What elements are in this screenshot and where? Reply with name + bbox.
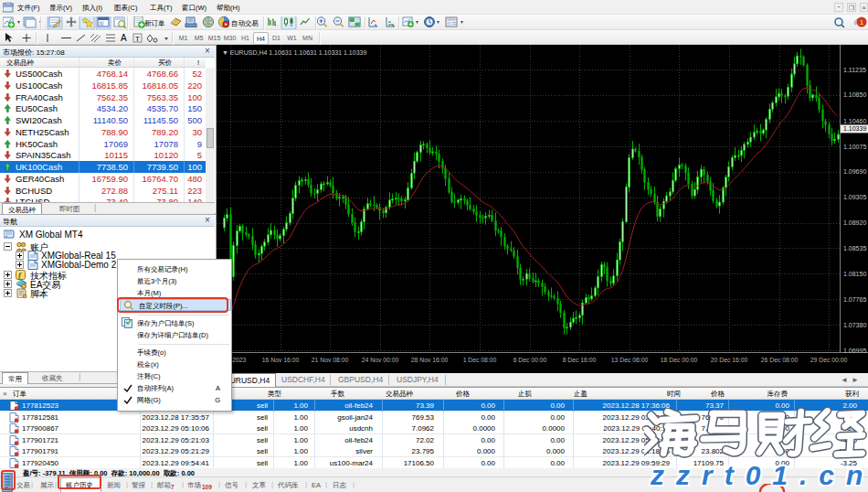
svg-text:A: A <box>121 33 127 43</box>
svg-text:13 Dec 08:00: 13 Dec 08:00 <box>611 357 649 363</box>
svg-text:1.10460: 1.10460 <box>843 118 866 124</box>
svg-text:18 Dec 00:00: 18 Dec 00:00 <box>661 357 698 363</box>
svg-text:1.08535: 1.08535 <box>843 245 866 251</box>
svg-text:16 Nov 16:00: 16 Nov 16:00 <box>262 357 300 363</box>
svg-text:1.09305: 1.09305 <box>843 194 866 200</box>
svg-text:1.10339: 1.10339 <box>843 125 866 132</box>
svg-text:1.08920: 1.08920 <box>843 219 866 226</box>
svg-text:1: 1 <box>860 18 864 27</box>
svg-text:1.07765: 1.07765 <box>843 296 866 303</box>
svg-text:26 Dec 08:00: 26 Dec 08:00 <box>761 357 799 363</box>
svg-text:1 Dec 08:00: 1 Dec 08:00 <box>463 357 497 363</box>
svg-text:▼ EURUSD,H4 1.10631 1.10631 1: ▼ EURUSD,H4 1.10631 1.10631 1.10331 1.10… <box>222 49 366 56</box>
svg-text:1.10075: 1.10075 <box>843 144 866 150</box>
svg-text:1.08150: 1.08150 <box>843 271 866 277</box>
svg-text:21 Nov 08:00: 21 Nov 08:00 <box>312 357 349 363</box>
svg-text:24 Nov 00:00: 24 Nov 00:00 <box>362 357 399 363</box>
svg-text:1.10850: 1.10850 <box>843 91 866 98</box>
svg-text:20 Dec 16:00: 20 Dec 16:00 <box>711 357 748 363</box>
svg-text:1.11235: 1.11235 <box>843 67 866 73</box>
svg-text:29 Dec 00:00: 29 Dec 00:00 <box>810 357 848 363</box>
svg-text:28 Nov 16:00: 28 Nov 16:00 <box>411 357 449 363</box>
svg-text:1.09690: 1.09690 <box>843 168 866 175</box>
svg-text:1.06995: 1.06995 <box>843 348 866 354</box>
svg-text:8 Dec 16:00: 8 Dec 16:00 <box>563 357 597 363</box>
svg-text:T: T <box>135 35 140 43</box>
svg-text:6 Dec 00:00: 6 Dec 00:00 <box>513 357 547 363</box>
svg-text:1.07380: 1.07380 <box>843 322 866 328</box>
